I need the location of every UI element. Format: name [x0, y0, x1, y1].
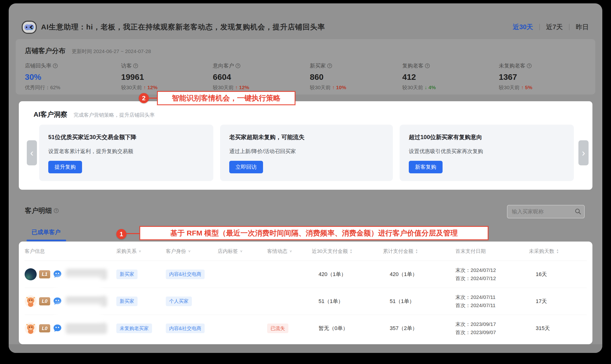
last-pay-date: 末次：2024/07/12 — [455, 266, 529, 274]
new-customer-repurchase-button[interactable]: 新客复购 — [409, 161, 443, 173]
insight-subtitle: 完成客户营销策略，提升店铺回头率 — [74, 112, 155, 118]
avatar — [25, 322, 37, 334]
sort-icon[interactable]: ▲▼ — [415, 248, 418, 254]
identity-cell: 内容&社交电商 — [166, 324, 218, 333]
carousel-prev-button[interactable]: ‹ — [27, 140, 37, 165]
card-desc: 通过上新/降价/活动召回买家 — [229, 148, 384, 155]
pay30-cell: 420（1单） — [312, 271, 383, 278]
date-range-tabs: 近30天 近7天 昨日 — [513, 23, 589, 31]
col-pay-30d[interactable]: 近30天支付金额▲▼ — [312, 248, 383, 255]
level-badge: L0 — [39, 297, 50, 305]
identity-tag: 个人买家 — [166, 297, 192, 306]
first-pay-date: 首次：2023/09/07 — [455, 328, 529, 337]
stat-intent-customers: 意向客户? 6604 较30天前 ↑ 12% — [213, 62, 249, 91]
stat-benchmark: 优秀同行：62% — [25, 84, 60, 91]
active-tab-underline — [27, 240, 66, 241]
stat-label: 意向客户 — [213, 62, 234, 69]
days-no-purchase-cell: 315天 — [529, 325, 582, 332]
screenshot-root: AI生意助理：hi，老板，我正在持续观察新老客动态，发现复购机会，提升店铺回头率… — [0, 0, 611, 364]
customer-name-blurred — [66, 269, 107, 280]
chat-icon[interactable] — [53, 297, 62, 306]
ai-assistant-robot-icon — [21, 19, 37, 35]
level-badge: L0 — [39, 324, 50, 332]
search-input[interactable] — [507, 205, 585, 218]
caret-down-icon: ∨ — [188, 249, 191, 253]
insight-card-trade-drop: 51位优质买家近30天交易金额下降 设置老客累计返利，提升复购交易额 提升复购 — [39, 125, 213, 181]
tab-divider — [569, 24, 570, 30]
col-customer-identity[interactable]: 客户身份∨ — [166, 248, 218, 255]
stat-value: 860 — [310, 72, 346, 82]
insight-title: AI客户洞察 — [34, 110, 67, 119]
stat-label: 复购老客 — [402, 62, 423, 69]
relation-cell: 未复购老买家 — [116, 324, 166, 333]
stat-delta: 较30天前 ↓ 4% — [402, 84, 436, 91]
question-icon[interactable]: ? — [327, 63, 332, 68]
last-pay-date: 末次：2023/09/17 — [455, 320, 529, 328]
annotation-connector — [126, 233, 139, 234]
col-pay-total[interactable]: 累计支付金额▲▼ — [383, 248, 455, 255]
chat-icon[interactable] — [53, 324, 62, 333]
level-badge: L1 — [39, 270, 50, 278]
relation-cell: 新买家 — [116, 297, 166, 306]
col-days-no-purchase[interactable]: 未采购天数▲▼ — [529, 248, 582, 255]
card-desc: 设置老客累计返利，提升复购交易额 — [48, 148, 204, 155]
annotation-connector — [149, 98, 157, 99]
question-icon[interactable]: ? — [53, 63, 58, 68]
table-header-row: 客户信息 采购关系∨ 客户身份∨ 店内标签∨ 客情动态∨ 近30天支付金额▲▼ … — [25, 242, 587, 261]
stat-value: 1367 — [499, 72, 532, 82]
identity-cell: 内容&社交电商 — [166, 270, 218, 279]
pay-dates-cell: 末次：2023/09/17 首次：2023/09/07 — [455, 320, 529, 337]
table-row: L0 新买家 个人买家 51（1单） 51（1单） 末次：2024/07/11 … — [25, 288, 587, 315]
stat-value: 6604 — [213, 72, 249, 82]
col-purchase-relation[interactable]: 采购关系∨ — [116, 248, 166, 255]
stat-label: 店铺回头率 — [25, 62, 51, 69]
col-store-tags[interactable]: 店内标签∨ — [218, 248, 267, 255]
relation-cell: 新买家 — [116, 270, 166, 279]
insight-card-new-buyer-intent: 超过100位新买家有复购意向 设置优惠吸引优质买家再次复购 新客复购 — [400, 125, 574, 181]
churned-tag: 已流失 — [267, 324, 288, 333]
stat-non-repeat-customers: 未复购老客? 1367 较30天前 ↑ 5% — [499, 62, 532, 91]
dynamics-cell: 已流失 — [267, 324, 312, 333]
annotation-callout-1: 基于 RFM 模型（最近一次消费时间间隔、消费频率、消费金额）进行客户价值分层及… — [139, 226, 489, 240]
sort-icon[interactable]: ▲▼ — [556, 248, 559, 254]
question-icon[interactable]: ? — [425, 63, 430, 68]
question-icon[interactable]: ? — [54, 208, 59, 213]
stat-delta: 较30天前 ↑ 12% — [213, 84, 249, 91]
question-icon[interactable]: ? — [235, 63, 240, 68]
days-no-purchase-cell: 17天 — [529, 298, 582, 305]
days-no-purchase-cell: 16天 — [529, 271, 582, 278]
search-icon[interactable] — [575, 208, 581, 215]
customer-info-cell: L0 — [25, 322, 116, 334]
col-customer-dynamics[interactable]: 客情动态∨ — [267, 248, 312, 255]
caret-down-icon: ∨ — [138, 249, 141, 253]
question-icon[interactable]: ? — [527, 63, 532, 68]
chevron-right-icon: › — [582, 147, 585, 158]
relation-tag: 未复购老买家 — [116, 324, 152, 333]
pay30-cell: 暂无（0单） — [312, 325, 383, 332]
detail-title-text: 客户明细 — [25, 206, 52, 215]
stat-value: 19961 — [121, 72, 158, 82]
revisit-now-button[interactable]: 立即回访 — [229, 161, 263, 173]
first-pay-date: 首次：2024/07/11 — [455, 301, 529, 310]
tab-last-7-days[interactable]: 近7天 — [546, 23, 563, 31]
customer-name-blurred — [66, 296, 107, 307]
question-icon[interactable]: ? — [133, 63, 138, 68]
buyer-search — [507, 205, 585, 218]
table-row: L0 未复购老买家 内容&社交电商 已流失 暂无（0单） 357（2单） 末次：… — [25, 315, 587, 342]
tab-ordered-customers[interactable]: 已成单客户 — [32, 228, 61, 236]
tab-last-30-days[interactable]: 近30天 — [513, 23, 533, 31]
stat-delta: 较30天前 ↑ 12% — [121, 84, 158, 91]
identity-tag: 内容&社交电商 — [166, 270, 205, 279]
annotation-badge-2: 2 — [139, 93, 149, 103]
pay30-cell: 51（1单） — [312, 298, 383, 305]
total-pay-cell: 51（1单） — [383, 298, 455, 305]
carousel-next-button[interactable]: › — [578, 140, 589, 165]
stat-new-buyers: 新买家? 860 较30天前 ↑ 10% — [310, 62, 346, 91]
relation-tag: 新买家 — [116, 270, 137, 279]
stat-value: 412 — [402, 72, 436, 82]
sort-icon[interactable]: ▲▼ — [350, 248, 352, 254]
top-header: AI生意助理：hi，老板，我正在持续观察新老客动态，发现复购机会，提升店铺回头率… — [9, 3, 602, 39]
boost-repurchase-button[interactable]: 提升复购 — [48, 161, 82, 173]
chat-icon[interactable] — [53, 270, 62, 279]
tab-yesterday[interactable]: 昨日 — [576, 23, 589, 31]
